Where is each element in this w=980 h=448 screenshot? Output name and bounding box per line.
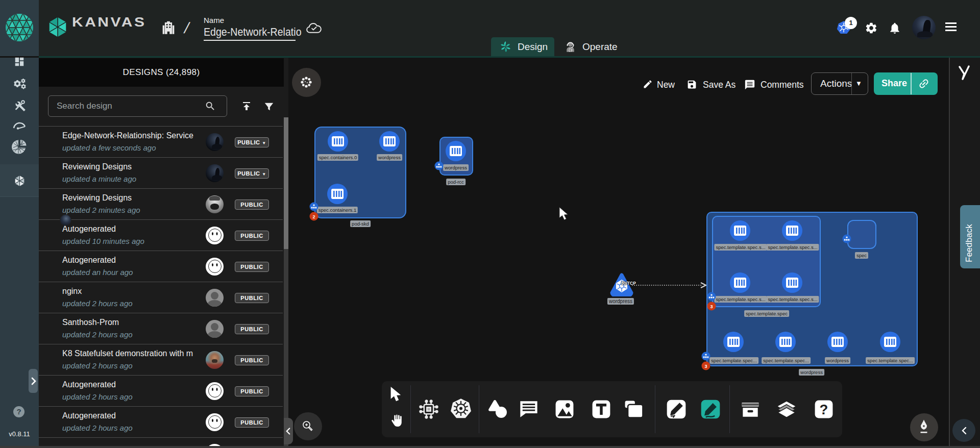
svg-text:?: ? xyxy=(820,402,828,417)
